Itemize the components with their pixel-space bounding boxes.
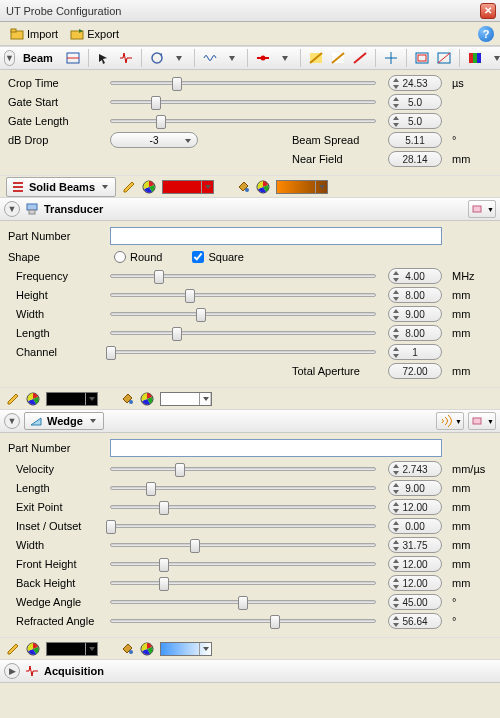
beam-tool-box1[interactable] [412, 49, 432, 67]
wedge-eraser-button[interactable]: ▼ [468, 412, 496, 430]
pencil-icon[interactable] [122, 180, 136, 194]
pencil-icon[interactable] [6, 392, 20, 406]
fill-color-picker[interactable] [276, 180, 328, 194]
svg-rect-1 [11, 29, 16, 32]
transducer-part-number-input[interactable] [110, 227, 442, 245]
acquisition-collapse-toggle[interactable]: ▶ [4, 663, 20, 679]
svg-line-18 [438, 53, 450, 63]
t-length-slider[interactable] [110, 331, 376, 335]
shape-round-radio[interactable]: Round [114, 251, 162, 263]
import-button[interactable]: Import [6, 25, 62, 43]
front-height-value[interactable]: 12.00 [388, 556, 442, 572]
inset-slider[interactable] [110, 524, 376, 528]
color-wheel-icon-2[interactable] [256, 180, 270, 194]
beam-tool-1[interactable] [63, 49, 83, 67]
w-stroke-color-picker[interactable] [46, 642, 98, 656]
close-button[interactable]: ✕ [480, 3, 496, 19]
t-width-slider[interactable] [110, 312, 376, 316]
velocity-slider[interactable] [110, 467, 376, 471]
color-wheel-icon[interactable] [142, 180, 156, 194]
wedge-title-combo[interactable]: Wedge [24, 412, 104, 430]
shape-square-checkbox[interactable]: Square [192, 251, 243, 263]
crop-time-slider[interactable] [110, 81, 376, 85]
refracted-value[interactable]: 56.64 [388, 613, 442, 629]
transducer-collapse-toggle[interactable]: ▼ [4, 201, 20, 217]
beam-tool-spin-dd[interactable] [169, 49, 189, 67]
beam-tool-gate-dd[interactable] [275, 49, 295, 67]
bucket-icon[interactable] [236, 180, 250, 194]
beam-tool-cursor[interactable] [94, 49, 114, 67]
t-width-value[interactable]: 9.00 [388, 306, 442, 322]
svg-rect-25 [27, 204, 37, 210]
back-height-slider[interactable] [110, 581, 376, 585]
wedge-collapse-toggle[interactable]: ▼ [4, 413, 20, 429]
t-length-value[interactable]: 8.00 [388, 325, 442, 341]
transducer-eraser-button[interactable]: ▼ [468, 200, 496, 218]
wedge-angle-slider[interactable] [110, 600, 376, 604]
exit-point-unit: mm [448, 501, 492, 513]
beam-collapse-toggle[interactable]: ▼ [4, 50, 15, 66]
velocity-value[interactable]: 2.743 [388, 461, 442, 477]
exit-point-value[interactable]: 12.00 [388, 499, 442, 515]
t-height-unit: mm [448, 289, 492, 301]
beam-tool-gate[interactable] [253, 49, 273, 67]
color-wheel-icon-2[interactable] [140, 642, 154, 656]
pencil-icon[interactable] [6, 642, 20, 656]
gate-length-value[interactable]: 5.0 [388, 113, 442, 129]
gate-start-slider[interactable] [110, 100, 376, 104]
t-height-label: Height [8, 289, 104, 301]
w-width-slider[interactable] [110, 543, 376, 547]
gate-length-slider[interactable] [110, 119, 376, 123]
beam-tool-wave-dd[interactable] [222, 49, 242, 67]
wedge-icon [29, 415, 43, 427]
stroke-color-picker[interactable] [162, 180, 214, 194]
beam-tool-palette-dd[interactable] [487, 49, 500, 67]
t-height-value[interactable]: 8.00 [388, 287, 442, 303]
beam-tool-diag1[interactable] [306, 49, 326, 67]
near-field-unit: mm [448, 153, 492, 165]
t-stroke-color-picker[interactable] [46, 392, 98, 406]
w-length-value[interactable]: 9.00 [388, 480, 442, 496]
crop-time-value[interactable]: 24.53 [388, 75, 442, 91]
w-length-slider[interactable] [110, 486, 376, 490]
w-fill-color-picker[interactable] [160, 642, 212, 656]
inset-value[interactable]: 0.00 [388, 518, 442, 534]
bucket-icon[interactable] [120, 392, 134, 406]
wedge-angle-value[interactable]: 45.00 [388, 594, 442, 610]
back-height-label: Back Height [8, 577, 104, 589]
back-height-value[interactable]: 12.00 [388, 575, 442, 591]
bucket-icon[interactable] [120, 642, 134, 656]
beam-tool-diag3[interactable] [350, 49, 370, 67]
wedge-sound-button[interactable]: ▼ [436, 412, 464, 430]
w-width-value[interactable]: 31.75 [388, 537, 442, 553]
beam-tool-signal[interactable] [116, 49, 136, 67]
solid-beams-combo[interactable]: Solid Beams [6, 177, 116, 197]
beam-tool-diag2[interactable] [328, 49, 348, 67]
channel-slider[interactable] [110, 350, 376, 354]
refracted-slider[interactable] [110, 619, 376, 623]
color-wheel-icon[interactable] [26, 642, 40, 656]
db-drop-combo[interactable]: -3 [110, 132, 198, 148]
svg-point-33 [129, 650, 133, 654]
beam-icon-toolbar [57, 49, 500, 67]
frequency-slider[interactable] [110, 274, 376, 278]
beam-tool-palette[interactable] [465, 49, 485, 67]
channel-value[interactable]: 1 [388, 344, 442, 360]
color-wheel-icon[interactable] [26, 392, 40, 406]
t-height-slider[interactable] [110, 293, 376, 297]
beam-tool-spin[interactable] [147, 49, 167, 67]
import-label: Import [27, 28, 58, 40]
front-height-slider[interactable] [110, 562, 376, 566]
frequency-value[interactable]: 4.00 [388, 268, 442, 284]
t-fill-color-picker[interactable] [160, 392, 212, 406]
gate-start-value[interactable]: 5.0 [388, 94, 442, 110]
svg-point-7 [260, 56, 265, 61]
beam-tool-wave[interactable] [200, 49, 220, 67]
help-button[interactable]: ? [478, 26, 494, 42]
color-wheel-icon-2[interactable] [140, 392, 154, 406]
export-button[interactable]: Export [66, 25, 123, 43]
wedge-part-number-input[interactable] [110, 439, 442, 457]
beam-tool-box2[interactable] [434, 49, 454, 67]
beam-tool-cross[interactable] [381, 49, 401, 67]
exit-point-slider[interactable] [110, 505, 376, 509]
